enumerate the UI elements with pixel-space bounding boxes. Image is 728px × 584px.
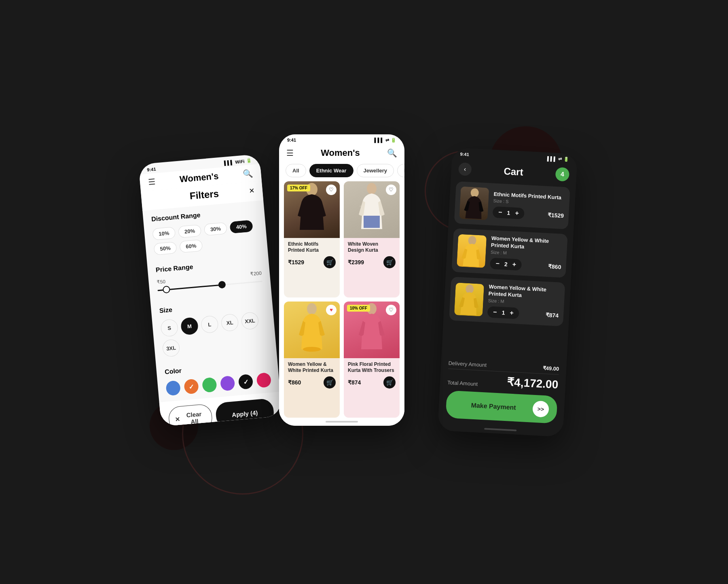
status-icons-1: ▌▌▌ WiFi 🔋 xyxy=(224,157,252,165)
product-info-3: Women Yellow & White Printed Kurta ₹860 … xyxy=(284,358,340,392)
product-card-4[interactable]: 10% OFF ♡ Pink Floral Printed Kurta With… xyxy=(344,302,400,418)
total-label: Total Amount xyxy=(447,379,478,387)
qty-control-1: − 1 + xyxy=(493,206,525,219)
pay-btn-label: Make Payment xyxy=(454,401,533,412)
svg-rect-3 xyxy=(364,216,380,228)
price-section-title: Price Range xyxy=(155,257,261,274)
cart-btn-4[interactable]: 🛒 xyxy=(383,376,396,389)
qty-val-1: 1 xyxy=(507,210,510,216)
qty-val-2: 2 xyxy=(504,261,508,267)
qty-minus-2[interactable]: − xyxy=(495,260,499,267)
chip-50[interactable]: 50% xyxy=(153,241,177,255)
product-card-1[interactable]: 17% OFF ♡ Ethnic Motifs Printed Kurta ₹1… xyxy=(284,181,340,297)
tab-ethnic-wear[interactable]: Ethnic Wear xyxy=(309,164,353,177)
tab-jewellery[interactable]: Jewellery xyxy=(357,164,394,177)
svg-point-8 xyxy=(468,236,476,245)
x-icon: ✕ xyxy=(175,415,181,423)
category-tabs: All Ethnic Wear Jewellery Footwear xyxy=(279,161,404,181)
color-black[interactable]: ✓ xyxy=(238,374,254,389)
pay-btn-arrow: >> xyxy=(532,400,549,417)
filter-close-button[interactable]: × xyxy=(249,185,255,196)
product-price-row-2: ₹2399 🛒 xyxy=(348,256,396,268)
heart-btn-4[interactable]: ♡ xyxy=(386,305,396,315)
product-price-1: ₹1529 xyxy=(288,259,304,265)
product-price-3: ₹860 xyxy=(288,379,301,386)
svg-point-1 xyxy=(367,183,377,194)
cart-item-info-3: Women Yellow & White Printed Kurta Size … xyxy=(487,283,560,321)
cart-item-1: Ethnic Motifs Printed Kurta Size : S − 1… xyxy=(454,181,570,229)
back-button[interactable]: ‹ xyxy=(458,162,472,176)
tab-all[interactable]: All xyxy=(286,164,306,177)
status-time-1: 9:41 xyxy=(147,166,156,172)
product-price-4: ₹874 xyxy=(348,379,361,386)
color-orange[interactable]: ✓ xyxy=(184,378,199,394)
cart-item-name-3: Women Yellow & White Printed Kurta xyxy=(488,283,560,301)
cart-item-price-2: ₹860 xyxy=(548,263,561,270)
check-icon-orange: ✓ xyxy=(188,382,195,390)
product-name-2: White Woven Design Kurta xyxy=(348,241,396,254)
search-icon-2[interactable]: 🔍 xyxy=(387,148,397,158)
hamburger-icon[interactable]: ☰ xyxy=(148,176,156,187)
chip-20[interactable]: 20% xyxy=(178,224,201,238)
color-section-title: Color xyxy=(164,359,270,376)
cart-item-img-2 xyxy=(457,234,487,268)
cart-btn-2[interactable]: 🛒 xyxy=(383,256,396,268)
cart-btn-1[interactable]: 🛒 xyxy=(324,256,336,268)
discount-section: Discount Range 10% 20% 30% 40% 50% 60% xyxy=(142,200,268,261)
phone2-title: Women's xyxy=(321,148,360,158)
qty-minus-3[interactable]: − xyxy=(493,308,497,315)
cart-items-list: Ethnic Motifs Printed Kurta Size : S − 1… xyxy=(442,178,576,359)
make-payment-button[interactable]: Make Payment >> xyxy=(446,390,558,423)
product-card-2[interactable]: ♡ White Woven Design Kurta ₹2399 🛒 xyxy=(344,181,400,297)
cart-item-name-2: Women Yellow & White Printed Kurta xyxy=(491,235,563,252)
qty-plus-2[interactable]: + xyxy=(512,261,516,268)
product-price-2: ₹2399 xyxy=(348,259,364,265)
phone-listing: 9:41 ▌▌▌ ⇌ 🔋 ☰ Women's 🔍 All Ethnic Wear… xyxy=(279,134,404,426)
phone1-nav-title: Women's xyxy=(179,171,219,185)
search-icon[interactable]: 🔍 xyxy=(242,168,253,178)
color-pink[interactable] xyxy=(256,372,271,388)
size-chip-l[interactable]: L xyxy=(201,315,219,333)
product-card-3[interactable]: ♥ Women Yellow & White Printed Kurta ₹86… xyxy=(284,302,340,418)
chip-60[interactable]: 60% xyxy=(179,239,203,253)
total-value: ₹4,172.00 xyxy=(507,375,559,391)
product-price-row-3: ₹860 🛒 xyxy=(288,376,336,389)
cart-btn-3[interactable]: 🛒 xyxy=(324,376,336,389)
heart-btn-3[interactable]: ♥ xyxy=(326,305,336,315)
svg-point-9 xyxy=(466,284,474,293)
slider-thumb-right[interactable] xyxy=(218,280,226,289)
qty-control-3: − 1 + xyxy=(487,306,520,319)
color-purple[interactable] xyxy=(220,375,235,391)
status-time-2: 9:41 xyxy=(287,138,296,142)
home-bar-3 xyxy=(484,428,516,431)
color-green[interactable] xyxy=(202,377,217,393)
slider-thumb-left[interactable] xyxy=(163,285,171,293)
cart-item-img-3 xyxy=(454,282,484,316)
cart-item-3: Women Yellow & White Printed Kurta Size … xyxy=(449,276,565,326)
qty-plus-1[interactable]: + xyxy=(515,210,519,217)
size-chip-s[interactable]: S xyxy=(160,319,179,337)
cart-item-price-3: ₹874 xyxy=(545,311,559,319)
heart-btn-1[interactable]: ♡ xyxy=(326,185,336,195)
tab-footwear[interactable]: Footwear xyxy=(397,164,404,177)
badge-17off: 17% OFF xyxy=(287,185,310,191)
status-bar-2: 9:41 ▌▌▌ ⇌ 🔋 xyxy=(279,134,404,144)
discount-chips: 10% 20% 30% 40% 50% 60% xyxy=(152,219,259,255)
cart-item-price-1: ₹1529 xyxy=(548,212,564,219)
cart-footer: Delivery Amount ₹49.00 Total Amount ₹4,1… xyxy=(438,352,567,429)
heart-btn-2[interactable]: ♡ xyxy=(386,185,396,195)
price-max: ₹200 xyxy=(250,270,262,276)
size-chip-xxl[interactable]: XXL xyxy=(241,311,259,330)
color-blue[interactable] xyxy=(165,380,181,396)
chip-30[interactable]: 30% xyxy=(204,222,227,236)
size-chip-3xl[interactable]: 3XL xyxy=(162,339,180,357)
chip-10[interactable]: 10% xyxy=(152,227,176,240)
size-chip-m[interactable]: M xyxy=(180,317,199,336)
qty-plus-3[interactable]: + xyxy=(510,309,514,316)
size-chip-xl[interactable]: XL xyxy=(220,313,239,332)
product-info-2: White Woven Design Kurta ₹2399 🛒 xyxy=(344,238,400,272)
hamburger-icon-2[interactable]: ☰ xyxy=(286,148,294,158)
chip-40[interactable]: 40% xyxy=(230,220,253,234)
phone2-nav: ☰ Women's 🔍 xyxy=(279,144,404,161)
qty-minus-1[interactable]: − xyxy=(498,208,502,216)
